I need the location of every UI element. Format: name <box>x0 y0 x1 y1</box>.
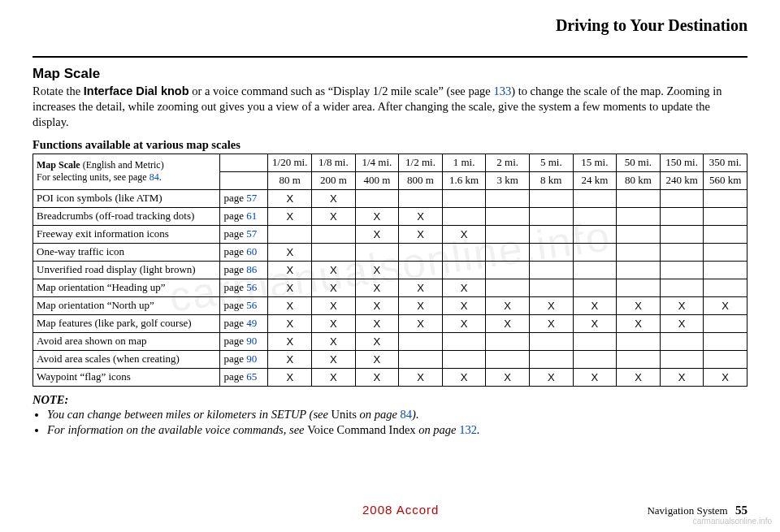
feature-cell: X <box>399 279 443 296</box>
feature-cell: X <box>355 332 399 350</box>
scale-header-en: 1/2 mi. <box>399 154 443 171</box>
body-text: or a voice command such as “Display 1/2 … <box>189 84 494 97</box>
page-link[interactable]: 84 <box>401 408 413 421</box>
feature-page: page 65 <box>220 368 268 386</box>
note-block: NOTE: You can change between miles or ki… <box>32 393 748 439</box>
feature-cell: X <box>442 368 486 386</box>
feature-cell <box>617 261 661 279</box>
feature-cell: X <box>529 368 573 386</box>
feature-page: page 90 <box>220 332 268 350</box>
feature-cell <box>573 261 617 279</box>
feature-cell: X <box>312 189 356 207</box>
footer-page-number: 55 <box>735 504 748 517</box>
feature-cell <box>268 225 312 243</box>
feature-label: Avoid area shown on map <box>33 332 220 350</box>
feature-cell <box>704 243 748 261</box>
feature-cell: X <box>312 296 356 314</box>
feature-cell <box>704 261 748 279</box>
feature-cell: X <box>268 261 312 279</box>
feature-cell: X <box>486 314 530 332</box>
page-link[interactable]: 65 <box>246 370 257 383</box>
feature-cell <box>529 207 573 225</box>
page-link[interactable]: 57 <box>246 227 257 240</box>
feature-label: Avoid area scales (when creating) <box>33 350 220 368</box>
table-head-empty <box>220 171 268 189</box>
feature-cell: X <box>617 368 661 386</box>
page-link[interactable]: 57 <box>246 192 257 204</box>
section-body: Rotate the Interface Dial knob or a voic… <box>32 84 748 130</box>
page-link[interactable]: 60 <box>246 245 257 257</box>
scale-header-km: 240 km <box>660 171 704 189</box>
feature-cell: X <box>660 368 704 386</box>
feature-cell: X <box>399 296 443 314</box>
footer-right: Navigation System 55 <box>647 504 748 517</box>
feature-cell <box>660 207 704 225</box>
scale-header-km: 24 km <box>573 171 617 189</box>
feature-cell: X <box>268 243 312 261</box>
scale-header-en: 150 mi. <box>660 154 704 171</box>
feature-cell <box>399 261 443 279</box>
scale-header-en: 50 mi. <box>617 154 661 171</box>
scale-header-km: 3 km <box>486 171 530 189</box>
feature-cell <box>486 350 530 368</box>
feature-cell: X <box>442 296 486 314</box>
feature-cell <box>617 243 661 261</box>
scale-header-km: 800 m <box>399 171 443 189</box>
feature-cell <box>442 332 486 350</box>
feature-cell <box>486 189 530 207</box>
feature-cell <box>529 243 573 261</box>
footer-model: 2008 Accord <box>362 503 439 517</box>
feature-cell <box>573 207 617 225</box>
scale-header-en: 1 mi. <box>442 154 486 171</box>
feature-cell: X <box>442 225 486 243</box>
feature-cell <box>573 279 617 296</box>
scale-header-en: 15 mi. <box>573 154 617 171</box>
feature-cell: X <box>617 296 661 314</box>
feature-cell: X <box>312 350 356 368</box>
feature-cell <box>704 350 748 368</box>
feature-cell <box>660 243 704 261</box>
page-link[interactable]: 56 <box>246 299 257 311</box>
scale-header-km: 8 km <box>529 171 573 189</box>
page-link[interactable]: 56 <box>246 281 257 293</box>
feature-label: Waypoint “flag” icons <box>33 368 220 386</box>
content-area: Map Scale Rotate the Interface Dial knob… <box>32 66 748 439</box>
page-link[interactable]: 90 <box>246 335 257 347</box>
note-item: For information on the available voice c… <box>47 422 748 439</box>
feature-cell: X <box>617 314 661 332</box>
feature-cell: X <box>660 296 704 314</box>
page-link[interactable]: 84 <box>150 171 159 183</box>
feature-cell: X <box>442 314 486 332</box>
page-link[interactable]: 61 <box>246 210 257 222</box>
watermark-small: carmanualsonline.info <box>693 517 772 526</box>
table-row: One-way traffic iconpage 60X <box>33 243 748 261</box>
feature-cell <box>442 243 486 261</box>
scale-header-km: 400 m <box>355 171 399 189</box>
feature-cell <box>704 314 748 332</box>
feature-cell <box>529 279 573 296</box>
footer-label: Navigation System <box>647 504 727 517</box>
feature-cell <box>442 350 486 368</box>
feature-cell: X <box>486 368 530 386</box>
page-link[interactable]: 133 <box>493 84 511 97</box>
feature-cell: X <box>312 314 356 332</box>
feature-cell: X <box>399 314 443 332</box>
feature-cell: X <box>355 207 399 225</box>
feature-cell <box>529 332 573 350</box>
feature-cell <box>399 350 443 368</box>
page-link[interactable]: 86 <box>246 263 257 275</box>
page-link[interactable]: 132 <box>459 423 477 436</box>
feature-cell: X <box>399 368 443 386</box>
page-link[interactable]: 90 <box>246 353 257 365</box>
feature-cell <box>355 189 399 207</box>
feature-cell: X <box>312 207 356 225</box>
feature-cell <box>660 332 704 350</box>
scale-header-en: 1/20 mi. <box>268 154 312 171</box>
feature-cell <box>399 243 443 261</box>
feature-cell <box>486 225 530 243</box>
note-item: You can change between miles or kilomete… <box>47 407 748 423</box>
feature-cell <box>660 261 704 279</box>
table-row: Waypoint “flag” iconspage 65XXXXXXXXXXX <box>33 368 748 386</box>
feature-page: page 60 <box>220 243 268 261</box>
page-link[interactable]: 49 <box>246 317 257 329</box>
